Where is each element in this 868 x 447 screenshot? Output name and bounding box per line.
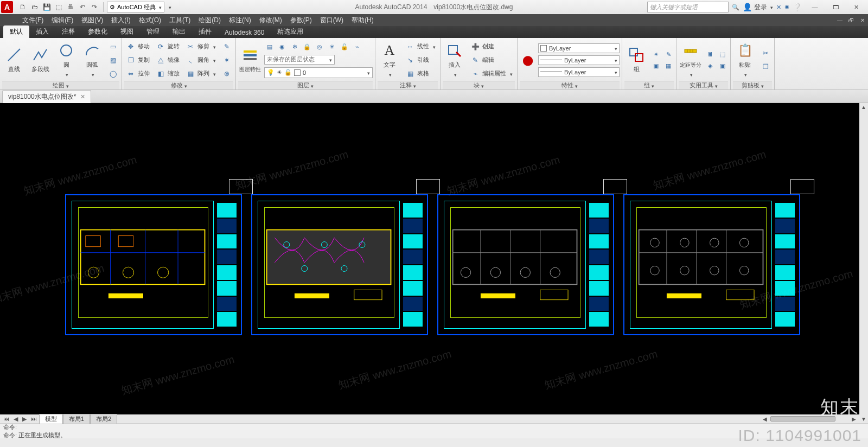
insert-block-button[interactable]: 插入 [443, 41, 467, 79]
menu-tools[interactable]: 工具(T) [165, 15, 194, 26]
trim-button[interactable]: ✂修剪 [184, 41, 218, 53]
menu-view[interactable]: 视图(V) [78, 15, 107, 26]
group-bbox-icon[interactable]: ▦ [663, 61, 674, 71]
paste-button[interactable]: 📋粘贴 [733, 41, 757, 79]
mirror-button[interactable]: ⧋镜像 [154, 54, 182, 66]
layer-state-selector[interactable]: 未保存的图层状态 [264, 55, 335, 65]
print-icon[interactable]: 🖶 [65, 2, 76, 12]
close-button[interactable]: ✕ [846, 1, 866, 13]
save-icon[interactable]: 💾 [41, 2, 52, 12]
tab-manage[interactable]: 管理 [140, 25, 166, 38]
erase-button[interactable]: ✎ [220, 41, 233, 53]
menu-file[interactable]: 文件(F) [18, 15, 47, 26]
tab-insert[interactable]: 插入 [29, 25, 55, 38]
hatch-button[interactable]: ▨ [106, 54, 119, 66]
polyline-button[interactable]: 多段线 [28, 41, 52, 79]
exchange-icon[interactable]: ✕ [776, 4, 781, 11]
vertical-scrollbar[interactable]: ▲▼ [859, 103, 868, 423]
color-selector[interactable]: ByLayer [538, 43, 620, 53]
layer-props-button[interactable]: 图层特性 [238, 41, 262, 79]
layer-off-icon[interactable]: ◉ [277, 42, 288, 52]
layout-tab-2[interactable]: 布局2 [90, 414, 117, 424]
idpoint-icon[interactable]: ◈ [705, 61, 716, 71]
tab-default[interactable]: 默认 [3, 25, 29, 38]
group-button[interactable]: 组 [624, 41, 648, 79]
scroll-right-icon[interactable]: ▶ [848, 416, 859, 422]
qcalc-icon[interactable]: 🖩 [705, 49, 716, 59]
stretch-button[interactable]: ⇔拉伸 [124, 68, 152, 80]
fillet-button[interactable]: ◟圆角 [184, 54, 218, 66]
edit-block-button[interactable]: ✎编辑 [469, 54, 515, 66]
help-icon[interactable]: ❔ [793, 3, 802, 11]
explode-button[interactable]: ✶ [220, 54, 233, 66]
menu-window[interactable]: 窗口(W) [316, 15, 347, 26]
layer-freeze-icon[interactable]: ❄ [289, 42, 300, 52]
close-tab-icon[interactable]: ✕ [80, 93, 85, 100]
menu-edit[interactable]: 编辑(E) [48, 15, 77, 26]
tab-plugins[interactable]: 插件 [192, 25, 218, 38]
measure-button[interactable]: 定距等分 [679, 41, 703, 79]
tab-parametric[interactable]: 参数化 [81, 25, 114, 38]
table-button[interactable]: ▦表格 [404, 68, 438, 80]
dim-linear-button[interactable]: ↔线性 [404, 41, 438, 53]
cut-button[interactable]: ✂ [759, 47, 772, 59]
arc-button[interactable]: 圆弧 [80, 41, 104, 79]
ungroup-icon[interactable]: ✴ [650, 49, 661, 59]
minimize-button[interactable]: — [805, 1, 825, 13]
tab-annotate[interactable]: 注释 [55, 25, 81, 38]
layout-tab-1[interactable]: 布局1 [63, 414, 90, 424]
copy-button[interactable]: ❐复制 [124, 54, 152, 66]
workspace-selector[interactable]: ⚙ AutoCAD 经典 [107, 2, 164, 12]
tab-prev-icon[interactable]: ◀ [11, 415, 20, 423]
leader-button[interactable]: ↘引线 [404, 54, 438, 66]
menu-dimension[interactable]: 标注(N) [225, 15, 255, 26]
menu-format[interactable]: 格式(O) [135, 15, 165, 26]
group-edit-icon[interactable]: ✎ [663, 49, 674, 59]
new-icon[interactable]: 🗋 [17, 2, 28, 12]
doc-minimize-icon[interactable]: — [834, 15, 845, 25]
doc-close-icon[interactable]: ✕ [857, 15, 868, 25]
horizontal-scroll-thumb[interactable] [770, 416, 835, 422]
match-properties-button[interactable]: ⬤ [520, 41, 536, 79]
text-button[interactable]: A文字 [378, 41, 401, 79]
layer-on-icon[interactable]: ◎ [314, 42, 325, 52]
menu-help[interactable]: 帮助(H) [348, 15, 378, 26]
create-block-button[interactable]: ➕创建 [469, 41, 515, 53]
qat-customize-icon[interactable] [168, 4, 171, 10]
cloud-icon[interactable]: ✸ [784, 4, 789, 11]
drawing-canvas[interactable]: 知末网 www.znzmo.com 知末网 www.znzmo.com 知末网 … [0, 103, 868, 423]
ellipse-button[interactable]: ◯ [106, 68, 119, 80]
selectall-icon[interactable]: ▣ [717, 61, 728, 71]
copy-clip-button[interactable]: ❐ [759, 61, 772, 73]
scale-button[interactable]: ◧缩放 [154, 68, 182, 80]
menu-draw[interactable]: 绘图(D) [195, 15, 225, 26]
selsim-icon[interactable]: ⬚ [717, 49, 728, 59]
undo-icon[interactable]: ↶ [77, 2, 88, 12]
offset-button[interactable]: ⊜ [220, 68, 233, 80]
linetype-selector[interactable]: ByLayer [538, 67, 620, 77]
tab-a360[interactable]: Autodesk 360 [218, 27, 271, 38]
doc-restore-icon[interactable]: 🗗 [846, 15, 857, 25]
array-button[interactable]: ▦阵列 [184, 68, 218, 80]
tab-first-icon[interactable]: ⏮ [1, 415, 11, 423]
rotate-button[interactable]: ⟳旋转 [154, 41, 182, 53]
open-icon[interactable]: 🗁 [29, 2, 40, 12]
rectangle-button[interactable]: ▭ [106, 41, 119, 53]
tab-last-icon[interactable]: ⏭ [29, 415, 39, 423]
layer-iso-icon[interactable]: ▤ [264, 42, 275, 52]
app-menu-button[interactable]: A [1, 1, 13, 13]
tab-next-icon[interactable]: ▶ [20, 415, 29, 423]
sign-in-button[interactable]: 👤 登录 [743, 3, 773, 12]
layer-unlock-icon[interactable]: 🔓 [339, 42, 350, 52]
search-icon[interactable]: 🔍 [732, 4, 739, 11]
scroll-left-icon[interactable]: ◀ [760, 416, 770, 422]
layer-current-selector[interactable]: 💡☀🔓 0 [264, 67, 373, 78]
tab-view[interactable]: 视图 [114, 25, 140, 38]
circle-button[interactable]: 圆 [54, 41, 78, 79]
menu-modify[interactable]: 修改(M) [256, 15, 286, 26]
line-button[interactable]: 直线 [2, 41, 26, 79]
layer-lock-icon[interactable]: 🔒 [302, 42, 312, 52]
group-select-icon[interactable]: ▣ [650, 61, 661, 71]
move-button[interactable]: ✥移动 [124, 41, 152, 53]
maximize-button[interactable]: 🗖 [826, 1, 845, 13]
